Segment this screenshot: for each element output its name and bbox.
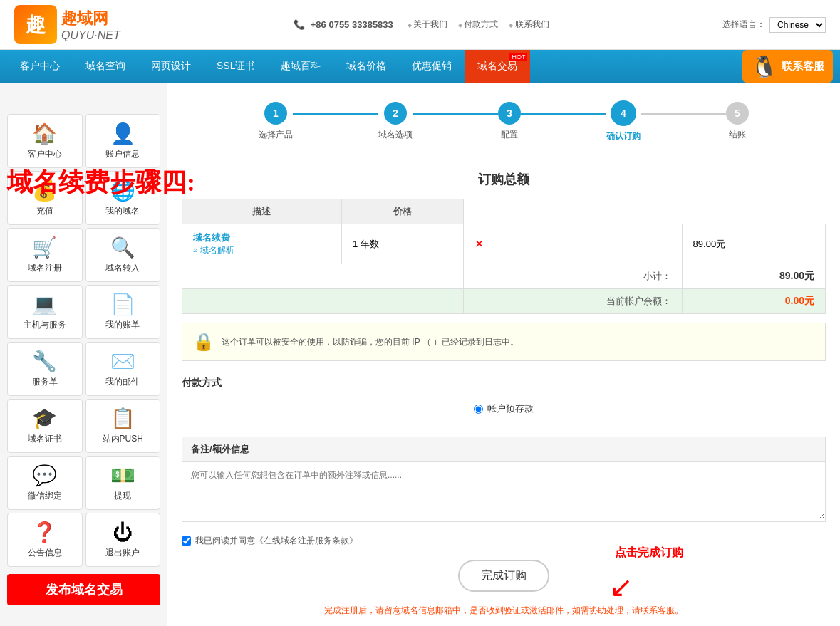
subtotal-label: 小计：: [643, 271, 671, 281]
order-item-desc: 域名续费 » 域名解析: [182, 224, 342, 264]
payment-link[interactable]: 付款方式: [458, 19, 498, 31]
order-item-row: 域名续费 » 域名解析 1 年数 ✕ 89.00元: [182, 224, 826, 264]
subtotal-label-cell: [182, 264, 464, 289]
footer-note: 完成注册后，请留意域名信息邮箱中，是否收到验证或激活邮件，如需协助处理，请联系客…: [182, 599, 826, 622]
nav-promotions[interactable]: 优惠促销: [399, 50, 465, 83]
balance-value-cell: 0.00元: [682, 289, 825, 314]
payment-option-balance[interactable]: 帐户预存款: [474, 402, 534, 415]
logo-brand: 趣域网: [61, 8, 120, 29]
cart-icon: 🛒: [11, 236, 78, 259]
sidebar-label-my-email: 我的邮件: [105, 377, 140, 387]
payment-radio-balance[interactable]: [474, 405, 483, 414]
sidebar-item-service-ticket[interactable]: 🔧 服务单: [7, 342, 83, 396]
sidebar-item-withdraw[interactable]: 💵 提现: [85, 456, 161, 510]
sidebar-item-logout[interactable]: ⏻ 退出账户: [85, 513, 161, 567]
sidebar-label-service-ticket: 服务单: [32, 377, 58, 387]
step-2-label: 域名选项: [378, 129, 413, 141]
item-name: 域名续费: [193, 231, 331, 244]
sidebar-item-wechat[interactable]: 💬 微信绑定: [7, 456, 83, 510]
step-1: 1 选择产品: [259, 102, 293, 141]
header-links: 关于我们 付款方式 联系我们: [408, 19, 549, 31]
transfer-icon: 🔍: [90, 236, 157, 259]
wechat-icon: 💬: [11, 464, 78, 487]
step-line-2: [413, 113, 498, 115]
phone-number: +86 0755 33385833: [311, 19, 393, 30]
security-notice: 🔒 这个订单可以被安全的使用，以防诈骗，您的目前 IP （ ）已经记录到日志中。: [182, 323, 826, 361]
step-3-label: 配置: [501, 129, 518, 141]
order-item-duration-cell: 1 年数: [341, 224, 463, 264]
sidebar-item-my-email[interactable]: ✉️ 我的邮件: [85, 342, 161, 396]
sidebar-label-customer-center: 客户中心: [28, 149, 62, 159]
sidebar-item-domain-register[interactable]: 🛒 域名注册: [7, 228, 83, 282]
step-5-circle: 5: [726, 102, 749, 125]
step-1-circle: 1: [264, 102, 287, 125]
complete-order-button[interactable]: 完成订购: [458, 560, 549, 592]
lock-icon: 🔒: [193, 332, 214, 352]
sidebar-item-domain-transfer[interactable]: 🔍 域名转入: [85, 228, 161, 282]
order-item-price-cell: 89.00元: [682, 224, 825, 264]
sidebar-item-host-service[interactable]: 💻 主机与服务: [7, 285, 83, 339]
delete-item-button[interactable]: ✕: [475, 238, 484, 250]
subtotal-label-cell2: 小计：: [463, 264, 682, 289]
sidebar-item-announcements[interactable]: ❓ 公告信息: [7, 513, 83, 567]
item-sub: » 域名解析: [193, 244, 331, 256]
language-dropdown[interactable]: Chinese English: [769, 17, 826, 33]
nav-domain-trade[interactable]: 域名交易: [465, 50, 530, 83]
order-item-delete-cell: ✕: [463, 224, 682, 264]
agree-checkbox[interactable]: [182, 536, 191, 546]
step-2: 2 域名选项: [378, 102, 413, 141]
logo-icon: 趣: [14, 5, 57, 44]
domain-trade-button[interactable]: 发布域名交易: [7, 574, 160, 605]
page-wrapper: 域名续费步骤四: 🏠 客户中心 👤 账户信息 💰 充值 🌐: [0, 83, 840, 626]
contact-link[interactable]: 联系我们: [509, 19, 549, 31]
sidebar-label-wechat: 微信绑定: [28, 491, 62, 501]
ticket-icon: 🔧: [11, 350, 78, 373]
step-line-1: [293, 113, 378, 115]
step-1-label: 选择产品: [259, 129, 293, 141]
balance-label: 当前帐户余额：: [606, 296, 671, 306]
subtotal-value: 89.00元: [779, 270, 814, 281]
step-5-label: 结账: [729, 129, 746, 141]
customer-service-button[interactable]: 🐧 联系客服: [742, 50, 833, 83]
phone-display: 📞 +86 0755 33385833: [294, 19, 393, 30]
subtotal-value-cell: 89.00元: [682, 264, 825, 289]
bill-icon: 📄: [90, 293, 157, 316]
balance-row: 当前帐户余额： 0.00元: [182, 289, 826, 314]
nav-web-design[interactable]: 网页设计: [138, 50, 204, 83]
click-hint: 点击完成订购: [615, 546, 683, 560]
notes-section: 备注/额外信息: [182, 437, 826, 522]
sidebar-item-customer-center[interactable]: 🏠 客户中心: [7, 114, 83, 168]
sidebar-label-recharge: 充值: [36, 206, 53, 216]
step-3: 3 配置: [498, 102, 521, 141]
sidebar-item-push[interactable]: 📋 站内PUSH: [85, 399, 161, 453]
nav-customer-center[interactable]: 客户中心: [7, 50, 73, 83]
sidebar: 🏠 客户中心 👤 账户信息 💰 充值 🌐 我的域名 🛒 域名注册: [0, 83, 167, 626]
sidebar-item-domain-cert[interactable]: 🎓 域名证书: [7, 399, 83, 453]
step-4-label: 确认订购: [606, 130, 641, 142]
content-area: 1 选择产品 2 域名选项 3 配置 4 确认订购: [167, 83, 840, 626]
footer-domain: www.quyu.net: [182, 622, 826, 626]
sidebar-item-my-bill[interactable]: 📄 我的账单: [85, 285, 161, 339]
logout-icon: ⏻: [90, 521, 157, 544]
step-4: 4 确认订购: [606, 100, 641, 142]
sidebar-item-account-info[interactable]: 👤 账户信息: [85, 114, 161, 168]
step-5: 5 结账: [726, 102, 749, 141]
nav-domain-search[interactable]: 域名查询: [73, 50, 138, 83]
sidebar-label-my-bill: 我的账单: [105, 320, 140, 330]
item-duration: 1 年数: [353, 239, 379, 249]
step-4-circle: 4: [611, 100, 636, 126]
order-title: 订购总额: [182, 160, 826, 199]
payment-option-label: 帐户预存款: [487, 402, 534, 415]
nav-domain-price[interactable]: 域名价格: [333, 50, 399, 83]
sidebar-label-push: 站内PUSH: [103, 434, 143, 444]
step-2-circle: 2: [384, 102, 407, 125]
notes-textarea[interactable]: [182, 462, 825, 519]
step-line-3: [521, 113, 606, 115]
nav-encyclopedia[interactable]: 趣域百科: [268, 50, 333, 83]
item-price: 89.00元: [693, 239, 726, 249]
page-title: 域名续费步骤四:: [0, 165, 195, 200]
nav-ssl[interactable]: SSL证书: [204, 50, 268, 83]
sidebar-label-withdraw: 提现: [114, 491, 131, 501]
payment-options: 帐户预存款: [182, 395, 826, 422]
about-link[interactable]: 关于我们: [408, 19, 447, 31]
